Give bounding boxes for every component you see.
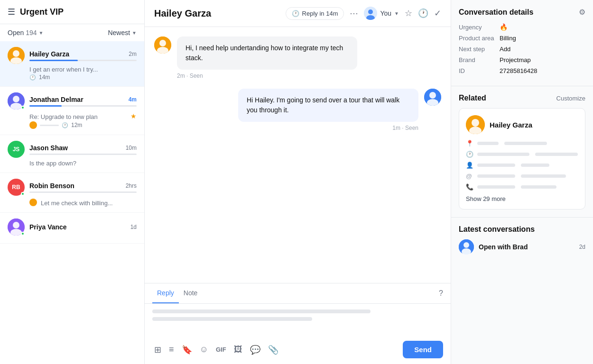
clock-icon-header[interactable]: 🕐 xyxy=(418,8,428,18)
reply-input-area[interactable] xyxy=(145,304,451,337)
conversation-list: Hailey Garza 2m I get an error when I tr… xyxy=(0,41,144,364)
conversation-item-jonathan[interactable]: Jonathan Delmar 4m Re: Upgrade to new pl… xyxy=(0,87,144,135)
user-caret-icon: ▼ xyxy=(394,11,399,16)
contact-bar-user2 xyxy=(521,164,549,167)
svg-point-22 xyxy=(463,242,469,248)
messages-container: Hi, I need help undertanding how to inte… xyxy=(145,27,451,283)
reply-placeholder-line-1 xyxy=(152,309,371,313)
clock-icon-hailey: 🕐 xyxy=(29,74,36,81)
contact-bar-loc1 xyxy=(477,142,499,145)
conversation-item-priya[interactable]: Priya Vance 1d xyxy=(0,213,144,244)
conversation-item-hailey[interactable]: Hailey Garza 2m I get an error when I tr… xyxy=(0,41,144,87)
conv-time-jonathan: 4m xyxy=(129,96,137,103)
gear-icon[interactable]: ⚙ xyxy=(579,8,585,17)
open-filter-btn[interactable]: Open 194 ▼ xyxy=(8,29,44,36)
conv-name-robin: Robin Benson xyxy=(29,182,74,190)
svg-point-16 xyxy=(429,92,436,99)
conv-meta-jason: Jason Shaw 10m xyxy=(29,144,137,155)
conv-extra-avatar-robin xyxy=(29,199,37,206)
conversation-item-robin[interactable]: RB Robin Benson 2hrs Let me check with b… xyxy=(0,173,144,213)
svg-point-19 xyxy=(472,119,479,127)
emoji-icon[interactable]: ☺ xyxy=(198,343,210,356)
conv-name-priya: Priya Vance xyxy=(29,223,67,231)
contact-bar-time2 xyxy=(535,153,578,156)
online-dot-robin xyxy=(21,192,25,196)
contact-info-phone: 📞 xyxy=(466,183,578,191)
conv-meta-robin: Robin Benson 2hrs xyxy=(29,182,137,193)
clock-icon-contact: 🕐 xyxy=(466,151,473,158)
conversation-details-section: Conversation details ⚙ Urgency 🔥 Product… xyxy=(451,0,593,86)
conv-progress-jason xyxy=(29,154,137,155)
product-area-value: Billing xyxy=(500,35,516,42)
contact-info-email: @ xyxy=(466,173,578,180)
contact-bar-email1 xyxy=(477,174,515,178)
user-btn[interactable]: You ▼ xyxy=(364,7,399,20)
chat-header-right: 🕐 Reply in 14m ⋯ You ▼ ☆ 🕐 ✓ xyxy=(286,7,441,20)
conv-time-jason: 10m xyxy=(126,145,137,151)
brand-label: Brand xyxy=(459,56,497,64)
contact-bar-email2 xyxy=(521,174,566,178)
sidebar-filters: Open 194 ▼ Newest ▼ xyxy=(0,24,144,41)
chat-title: Hailey Garza xyxy=(154,8,211,19)
check-icon-header[interactable]: ✓ xyxy=(434,8,441,18)
message-group-1: Hi, I need help undertanding how to inte… xyxy=(154,36,441,79)
id-label: ID xyxy=(459,67,497,74)
conv-progress-fill-jonathan xyxy=(29,105,62,107)
conv-preview-jason: Is the app down? xyxy=(8,160,137,167)
note-tab[interactable]: Note xyxy=(179,283,203,303)
email-icon-contact: @ xyxy=(466,173,473,180)
right-panel: Conversation details ⚙ Urgency 🔥 Product… xyxy=(451,0,593,364)
send-button[interactable]: Send xyxy=(403,341,443,358)
avatar-msg-you xyxy=(424,89,441,106)
avatar-wrap-priya xyxy=(8,218,25,236)
main-chat: Hailey Garza 🕐 Reply in 14m ⋯ You ▼ ☆ 🕐 … xyxy=(145,0,451,364)
conv-preview-jonathan: Re: Upgrade to new plan xyxy=(29,113,98,120)
next-step-value: Add xyxy=(500,46,510,53)
attachment-icon[interactable]: 📎 xyxy=(266,343,280,357)
message-outgoing-2: Hi Hailey. I'm going to send over a tour… xyxy=(154,89,441,122)
text-icon[interactable]: ≡ xyxy=(167,343,176,356)
conv-progress-robin xyxy=(29,191,137,193)
help-icon[interactable]: ? xyxy=(439,289,443,298)
chat-icon[interactable]: 💬 xyxy=(248,343,262,357)
conv-name-jason: Jason Shaw xyxy=(29,144,68,152)
menu-icon[interactable]: ☰ xyxy=(8,7,15,17)
reply-toolbar: ⊞ ≡ 🔖 ☺ GIF 🖼 💬 📎 Send xyxy=(145,337,451,364)
conv-extra-time-jonathan: 12m xyxy=(71,122,82,128)
show-more-btn[interactable]: Show 29 more xyxy=(466,195,578,202)
conversation-item-jason[interactable]: JS Jason Shaw 10m Is the app down? xyxy=(0,135,144,173)
conv-meta-hailey: Hailey Garza 2m xyxy=(29,50,137,61)
svg-point-4 xyxy=(13,96,19,102)
sort-caret-icon: ▼ xyxy=(132,30,137,36)
sort-filter-btn[interactable]: Newest ▼ xyxy=(108,29,137,36)
chat-header: Hailey Garza 🕐 Reply in 14m ⋯ You ▼ ☆ 🕐 … xyxy=(145,0,451,27)
svg-point-13 xyxy=(159,40,166,46)
bookmark-icon[interactable]: 🔖 xyxy=(180,343,194,357)
message-time-1: 2m · Seen xyxy=(154,73,441,79)
sidebar-title: Urgent VIP xyxy=(20,7,64,17)
contact-bar-user1 xyxy=(477,164,515,167)
reply-tabs: Reply Note ? xyxy=(145,283,451,304)
message-incoming-1: Hi, I need help undertanding how to inte… xyxy=(154,36,441,70)
online-dot-jonathan xyxy=(21,106,25,109)
customize-btn[interactable]: Customize xyxy=(556,95,585,102)
clock-icon-timer: 🕐 xyxy=(292,10,299,17)
avatar-wrap-robin: RB xyxy=(8,179,25,196)
chat-actions: ⋯ You ▼ ☆ 🕐 ✓ xyxy=(350,7,441,20)
star-icon-header[interactable]: ☆ xyxy=(405,8,412,18)
detail-row-nextstep: Next step Add xyxy=(459,46,585,53)
conv-progress-hailey xyxy=(29,60,137,61)
contact-bar-phone1 xyxy=(477,185,515,189)
contact-info-user: 👤 xyxy=(466,162,578,169)
latest-item[interactable]: Open with Brad 2d xyxy=(459,239,585,255)
brand-value: Projectmap xyxy=(500,56,531,64)
user-label: You xyxy=(380,9,391,17)
message-time-2: 1m · Seen xyxy=(154,125,441,131)
apps-icon[interactable]: ⊞ xyxy=(152,343,163,357)
more-icon[interactable]: ⋯ xyxy=(350,8,358,18)
reply-tab[interactable]: Reply xyxy=(152,283,179,303)
conv-progress-fill-hailey xyxy=(29,60,78,61)
image-icon[interactable]: 🖼 xyxy=(232,343,244,356)
conv-preview-robin: Let me check with billing... xyxy=(41,200,113,207)
gif-icon[interactable]: GIF xyxy=(214,344,228,355)
